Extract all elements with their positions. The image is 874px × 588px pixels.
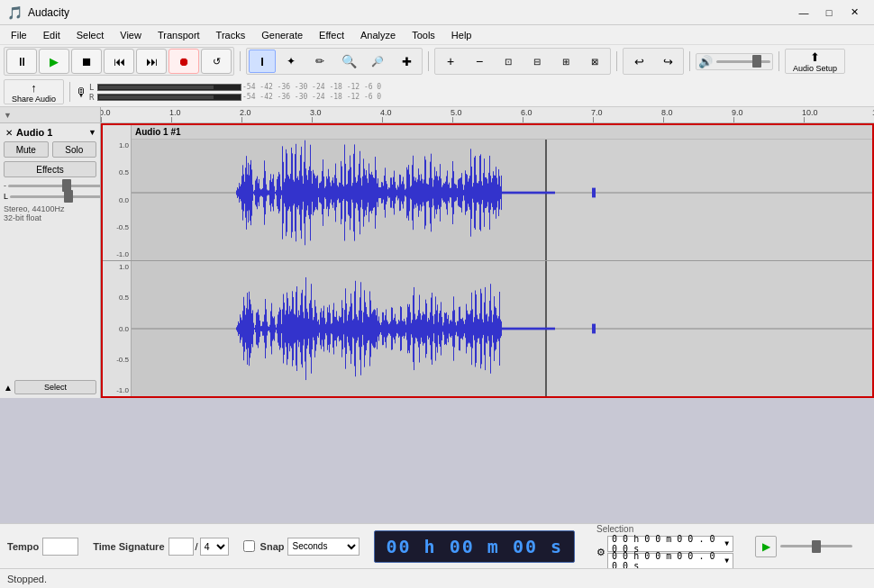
selection-settings-icon[interactable]: ⚙ xyxy=(596,547,605,558)
time-sig-label: Time Signature xyxy=(93,541,164,552)
y-label-n0-5: -0.5 xyxy=(105,223,129,231)
waveform-canvas-area-bottom[interactable] xyxy=(132,261,872,396)
zoom-toggle-button[interactable]: ⊞ xyxy=(552,50,579,73)
tempo-group: Tempo 120 xyxy=(7,538,78,556)
menu-item-file[interactable]: File xyxy=(4,28,34,42)
waveform-top-canvas xyxy=(132,125,872,260)
zoom-in2-button[interactable]: + xyxy=(437,50,464,73)
menu-item-select[interactable]: Select xyxy=(69,28,112,42)
minimize-button[interactable]: — xyxy=(791,4,816,22)
y-label-n1-0: -1.0 xyxy=(105,250,129,258)
y-label-0-0: 0.0 xyxy=(105,196,129,204)
skip-start-button[interactable]: ⏮ xyxy=(104,49,134,74)
undo-button[interactable]: ↩ xyxy=(625,50,652,73)
skip-end-button[interactable]: ⏭ xyxy=(136,49,167,74)
audio-setup-label: Audio Setup xyxy=(793,64,837,73)
tools-toolbar: I ✦ ✏ 🔍 🔎 ✚ xyxy=(246,48,423,75)
track-collapse-button[interactable]: ▼ xyxy=(88,128,96,137)
record-button[interactable]: ⏺ xyxy=(168,49,199,74)
tempo-input[interactable]: 120 xyxy=(42,538,78,556)
play-button[interactable]: ▶ xyxy=(39,49,69,74)
zoom-out2-button[interactable]: − xyxy=(466,50,493,73)
select-button[interactable]: Select xyxy=(14,380,96,394)
close-button[interactable]: ✕ xyxy=(842,4,867,22)
undo-toolbar: ↩ ↪ xyxy=(623,48,684,75)
playback-volume-slider[interactable] xyxy=(716,60,770,63)
selection-start-arrow[interactable]: ▼ xyxy=(724,539,729,547)
menu-item-effect[interactable]: Effect xyxy=(312,28,351,42)
channel-bottom: 1.0 0.5 0.0 -0.5 -1.0 xyxy=(103,261,872,396)
menubar: FileEditSelectViewTransportTracksGenerat… xyxy=(0,25,874,45)
zoom-out-button[interactable]: 🔎 xyxy=(364,50,391,73)
redo-button[interactable]: ↪ xyxy=(654,50,681,73)
vu-scale-label-r: -54 -42 -36 -30 -24 -18 -12 -6 0 xyxy=(242,93,381,101)
multi-tool-button[interactable]: ✚ xyxy=(393,50,420,73)
solo-button[interactable]: Solo xyxy=(52,141,97,158)
pause-button[interactable]: ⏸ xyxy=(6,49,37,74)
ruler-marks: 0.01.02.03.04.05.06.07.08.09.010.011.0 xyxy=(101,107,874,122)
ruler-mark-2.0: 2.0 xyxy=(241,108,251,122)
playback-speed-slider[interactable] xyxy=(780,545,852,547)
maximize-button[interactable]: □ xyxy=(816,4,842,22)
menu-item-view[interactable]: View xyxy=(113,28,149,42)
vu-meter-record-r[interactable] xyxy=(97,94,241,101)
select-tool-button[interactable]: I xyxy=(249,50,276,73)
channel-top: 1.0 0.5 0.0 -0.5 -1.0 xyxy=(103,125,872,261)
play-bottom-button[interactable]: ▶ xyxy=(755,536,777,557)
ruler-mark-6.0: 6.0 xyxy=(523,108,533,122)
share-audio-label: Share Audio xyxy=(12,95,56,104)
menu-item-analyze[interactable]: Analyze xyxy=(353,28,403,42)
y-label-b-n0-5: -0.5 xyxy=(105,356,129,364)
ruler-mark-7.0: 7.0 xyxy=(593,108,603,122)
window-controls: — □ ✕ xyxy=(791,4,867,22)
y-label-b-1-0: 1.0 xyxy=(105,263,129,271)
y-label-1-0: 1.0 xyxy=(105,141,129,149)
loop-button[interactable]: ↺ xyxy=(201,49,232,74)
track-wrapper: ✕ Audio 1 ▼ Mute Solo Effects - + xyxy=(0,123,874,523)
menu-item-transport[interactable]: Transport xyxy=(150,28,207,42)
playback-controls-bottom: ▶ xyxy=(755,536,852,557)
envelope-tool-button[interactable]: ✦ xyxy=(278,50,305,73)
snap-checkbox[interactable] xyxy=(243,540,255,552)
fit-project-button[interactable]: ⊡ xyxy=(495,50,522,73)
share-audio-button[interactable]: ↑ Share Audio xyxy=(4,79,64,104)
menu-item-tools[interactable]: Tools xyxy=(405,28,442,42)
draw-tool-button[interactable]: ✏ xyxy=(306,50,333,73)
time-value: 00 h 00 m 00 s xyxy=(386,536,563,557)
track-bottom-arrow[interactable]: ▲ xyxy=(4,383,13,393)
selection-start-time[interactable]: 0 0 h 0 0 m 0 0 . 0 0 0 s ▼ xyxy=(607,536,733,552)
time-sig-group: Time Signature 4 / 4 8 16 xyxy=(93,538,228,556)
gain-min-label: - xyxy=(4,181,6,190)
statusbar: Stopped. xyxy=(0,568,874,588)
track-footer: ▲ Select xyxy=(4,376,96,394)
track-close-button[interactable]: ✕ xyxy=(4,127,14,138)
vu-meter-record-l[interactable] xyxy=(97,84,241,91)
ruler-mark-5.0: 5.0 xyxy=(452,108,462,122)
time-sig-den-select[interactable]: 4 8 16 xyxy=(200,538,229,556)
zoom-normal-button[interactable]: ⊠ xyxy=(581,50,608,73)
menu-item-help[interactable]: Help xyxy=(444,28,479,42)
tracks-container: ✕ Audio 1 ▼ Mute Solo Effects - + xyxy=(0,123,874,523)
zoom-in-button[interactable]: 🔍 xyxy=(335,50,362,73)
mic-icon: 🎙 xyxy=(76,86,87,99)
ruler-mark-4.0: 4.0 xyxy=(382,108,392,122)
effects-button[interactable]: Effects xyxy=(4,161,96,177)
fit-selection-button[interactable]: ⊟ xyxy=(523,50,551,73)
ruler-mark-1.0: 1.0 xyxy=(171,108,181,122)
snap-unit-select[interactable]: Seconds Bars Beats Samples xyxy=(287,538,360,556)
speaker-icon: 🔊 xyxy=(698,55,713,68)
vu-l-label: L xyxy=(89,83,96,92)
stop-button[interactable]: ⏹ xyxy=(71,49,102,74)
menu-item-generate[interactable]: Generate xyxy=(254,28,310,42)
app-icon: 🎵 xyxy=(7,5,23,20)
mute-button[interactable]: Mute xyxy=(4,141,49,158)
selection-end-time[interactable]: 0 0 h 0 0 m 0 0 . 0 0 0 s ▼ xyxy=(607,553,733,569)
time-sig-num-input[interactable]: 4 xyxy=(168,538,194,556)
waveform-canvas-area-top[interactable] xyxy=(132,125,872,260)
selection-end-arrow[interactable]: ▼ xyxy=(724,556,729,565)
audio-setup-button[interactable]: ⬆ Audio Setup xyxy=(785,49,845,74)
toolbar-row1: ⏸ ▶ ⏹ ⏮ ⏭ ⏺ ↺ I ✦ ✏ 🔍 🔎 ✚ + − ⊡ ⊟ ⊞ ⊠ xyxy=(0,45,874,107)
track-info: Stereo, 44100Hz 32-bit float xyxy=(4,204,96,222)
menu-item-edit[interactable]: Edit xyxy=(36,28,68,42)
menu-item-tracks[interactable]: Tracks xyxy=(209,28,253,42)
